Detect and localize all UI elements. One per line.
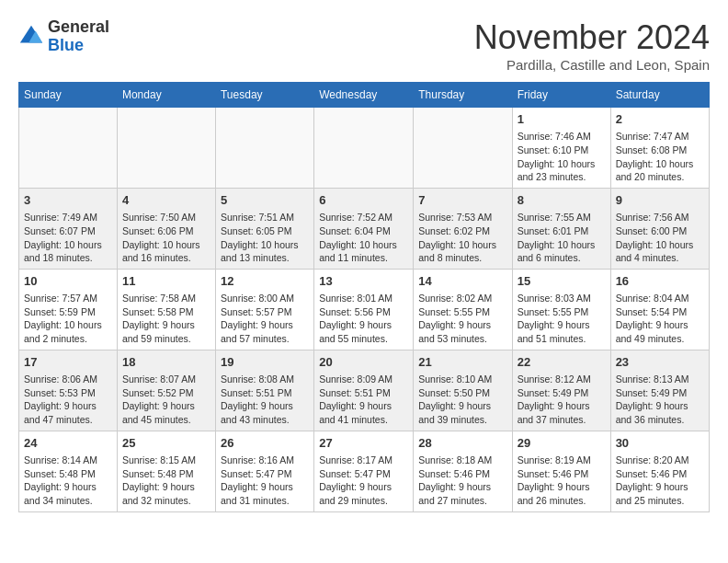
day-info: Sunset: 6:01 PM	[518, 224, 606, 238]
day-info: Sunrise: 8:01 AM	[319, 292, 408, 305]
calendar-cell: 13Sunrise: 8:01 AMSunset: 5:56 PMDayligh…	[314, 269, 414, 350]
day-info: Sunset: 6:05 PM	[221, 224, 309, 238]
logo-general-text: General	[48, 18, 109, 37]
day-info: Sunset: 5:50 PM	[418, 386, 506, 400]
day-info: Daylight: 9 hours and 25 minutes.	[616, 480, 704, 507]
day-info: Daylight: 9 hours and 31 minutes.	[221, 480, 309, 507]
calendar-body: 1Sunrise: 7:46 AMSunset: 6:10 PMDaylight…	[19, 108, 710, 512]
day-info: Sunset: 5:58 PM	[122, 305, 210, 319]
calendar-cell	[314, 108, 414, 189]
day-number: 27	[319, 435, 408, 452]
day-info: Sunrise: 7:56 AM	[616, 211, 704, 224]
day-number: 13	[319, 273, 408, 290]
day-info: Sunrise: 8:03 AM	[518, 292, 606, 305]
day-info: Sunset: 5:46 PM	[418, 467, 506, 481]
calendar-cell: 2Sunrise: 7:47 AMSunset: 6:08 PMDaylight…	[610, 108, 709, 189]
day-info: Sunset: 5:51 PM	[221, 386, 309, 400]
day-info: Sunset: 6:10 PM	[518, 144, 606, 157]
day-info: Daylight: 9 hours and 37 minutes.	[518, 399, 606, 426]
day-number: 18	[122, 354, 210, 371]
day-info: Sunset: 5:49 PM	[616, 386, 704, 400]
day-info: Sunset: 5:48 PM	[122, 467, 210, 481]
day-info: Sunset: 5:57 PM	[221, 305, 309, 319]
day-info: Sunrise: 7:58 AM	[122, 292, 210, 305]
day-info: Sunrise: 7:47 AM	[616, 130, 704, 144]
day-info: Sunset: 5:53 PM	[24, 386, 112, 400]
day-info: Daylight: 10 hours and 16 minutes.	[122, 238, 210, 265]
day-info: Sunset: 6:07 PM	[24, 224, 112, 238]
day-number: 10	[24, 273, 112, 290]
day-info: Sunrise: 8:12 AM	[518, 373, 606, 386]
location-subtitle: Pardilla, Castille and Leon, Spain	[474, 57, 710, 73]
logo: General Blue	[18, 18, 109, 55]
day-info: Sunset: 6:00 PM	[616, 224, 704, 238]
calendar-cell	[19, 108, 118, 189]
day-number: 15	[518, 273, 606, 290]
day-info: Daylight: 10 hours and 2 minutes.	[24, 318, 112, 345]
calendar-week-0: 1Sunrise: 7:46 AMSunset: 6:10 PMDaylight…	[19, 108, 710, 189]
day-number: 2	[616, 111, 704, 128]
day-info: Daylight: 9 hours and 59 minutes.	[122, 318, 210, 345]
weekday-header-friday: Friday	[512, 83, 610, 108]
calendar-cell: 30Sunrise: 8:20 AMSunset: 5:46 PMDayligh…	[610, 431, 709, 511]
day-info: Daylight: 9 hours and 55 minutes.	[319, 318, 408, 345]
day-info: Sunrise: 8:15 AM	[122, 454, 210, 467]
day-info: Sunset: 6:08 PM	[616, 144, 704, 157]
day-info: Sunrise: 8:04 AM	[616, 292, 704, 305]
weekday-header-sunday: Sunday	[19, 83, 118, 108]
day-info: Daylight: 10 hours and 20 minutes.	[616, 157, 704, 184]
day-number: 8	[518, 192, 606, 209]
day-info: Daylight: 9 hours and 27 minutes.	[418, 480, 506, 507]
day-number: 17	[24, 354, 112, 371]
day-info: Sunrise: 7:50 AM	[122, 211, 210, 224]
day-number: 19	[221, 354, 309, 371]
day-info: Sunrise: 8:16 AM	[221, 454, 309, 467]
calendar-cell: 8Sunrise: 7:55 AMSunset: 6:01 PMDaylight…	[512, 188, 610, 269]
day-info: Sunset: 5:56 PM	[319, 305, 408, 319]
day-number: 22	[518, 354, 606, 371]
day-number: 3	[24, 192, 112, 209]
calendar-cell: 18Sunrise: 8:07 AMSunset: 5:52 PMDayligh…	[117, 350, 215, 431]
calendar-cell: 15Sunrise: 8:03 AMSunset: 5:55 PMDayligh…	[512, 269, 610, 350]
day-number: 16	[616, 273, 704, 290]
calendar-cell: 21Sunrise: 8:10 AMSunset: 5:50 PMDayligh…	[414, 350, 512, 431]
day-info: Sunrise: 8:20 AM	[616, 454, 704, 467]
day-info: Daylight: 9 hours and 47 minutes.	[24, 399, 112, 426]
month-title: November 2024	[474, 18, 710, 57]
calendar-week-3: 17Sunrise: 8:06 AMSunset: 5:53 PMDayligh…	[19, 350, 710, 431]
day-number: 20	[319, 354, 408, 371]
calendar-cell: 9Sunrise: 7:56 AMSunset: 6:00 PMDaylight…	[610, 188, 709, 269]
day-info: Sunrise: 8:08 AM	[221, 373, 309, 386]
day-info: Daylight: 9 hours and 39 minutes.	[418, 399, 506, 426]
calendar-cell: 16Sunrise: 8:04 AMSunset: 5:54 PMDayligh…	[610, 269, 709, 350]
day-info: Sunrise: 8:00 AM	[221, 292, 309, 305]
calendar-week-2: 10Sunrise: 7:57 AMSunset: 5:59 PMDayligh…	[19, 269, 710, 350]
calendar-cell: 19Sunrise: 8:08 AMSunset: 5:51 PMDayligh…	[215, 350, 313, 431]
day-info: Sunrise: 7:52 AM	[319, 211, 408, 224]
calendar-cell	[215, 108, 313, 189]
calendar-cell	[414, 108, 512, 189]
weekday-header-thursday: Thursday	[414, 83, 512, 108]
day-info: Sunrise: 8:09 AM	[319, 373, 408, 386]
day-info: Sunrise: 7:57 AM	[24, 292, 112, 305]
day-number: 21	[418, 354, 506, 371]
day-info: Sunrise: 7:51 AM	[221, 211, 309, 224]
day-info: Daylight: 9 hours and 57 minutes.	[221, 318, 309, 345]
day-info: Sunset: 5:49 PM	[518, 386, 606, 400]
calendar-cell: 22Sunrise: 8:12 AMSunset: 5:49 PMDayligh…	[512, 350, 610, 431]
logo-icon	[18, 24, 44, 50]
day-info: Daylight: 10 hours and 6 minutes.	[518, 238, 606, 265]
day-info: Sunset: 5:47 PM	[319, 467, 408, 481]
calendar-cell: 7Sunrise: 7:53 AMSunset: 6:02 PMDaylight…	[414, 188, 512, 269]
day-info: Sunrise: 8:02 AM	[418, 292, 506, 305]
day-info: Daylight: 10 hours and 8 minutes.	[418, 238, 506, 265]
day-info: Sunset: 5:55 PM	[518, 305, 606, 319]
calendar-cell: 23Sunrise: 8:13 AMSunset: 5:49 PMDayligh…	[610, 350, 709, 431]
day-number: 30	[616, 435, 704, 452]
calendar-cell: 3Sunrise: 7:49 AMSunset: 6:07 PMDaylight…	[19, 188, 118, 269]
day-info: Daylight: 9 hours and 29 minutes.	[319, 480, 408, 507]
day-info: Daylight: 10 hours and 18 minutes.	[24, 238, 112, 265]
day-info: Sunrise: 8:13 AM	[616, 373, 704, 386]
weekday-header-monday: Monday	[117, 83, 215, 108]
calendar-cell: 5Sunrise: 7:51 AMSunset: 6:05 PMDaylight…	[215, 188, 313, 269]
